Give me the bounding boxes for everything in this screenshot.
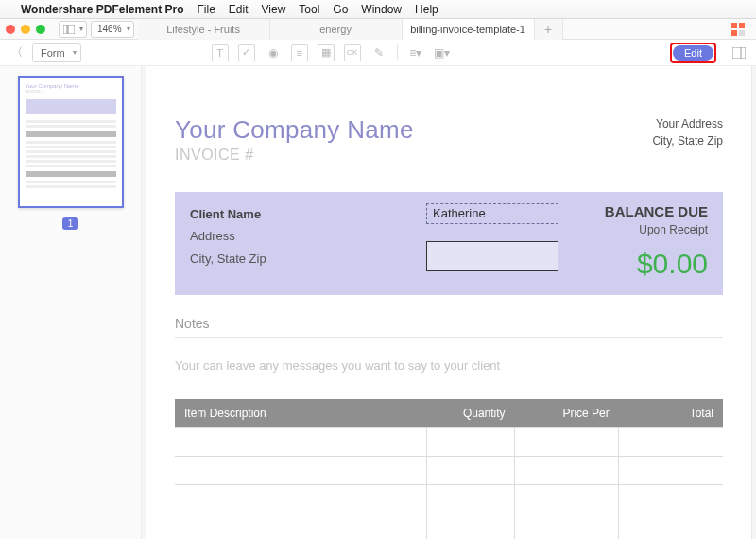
company-name: Your Company Name (175, 115, 414, 145)
form-mode-select[interactable]: Form (32, 43, 81, 62)
listbox-tool-icon[interactable]: ▦ (318, 44, 335, 61)
menu-view[interactable]: View (262, 3, 286, 16)
edit-label: Edit (684, 47, 702, 59)
table-row[interactable] (175, 513, 723, 540)
menu-go[interactable]: Go (333, 3, 348, 16)
svg-rect-2 (732, 47, 746, 59)
align-tool-icon[interactable]: ≡▾ (407, 44, 424, 61)
tab-label: billing-invoice-template-1 (410, 24, 525, 35)
menu-edit[interactable]: Edit (229, 3, 249, 16)
edit-button-highlight: Edit (670, 43, 716, 63)
balance-due-label: BALANCE DUE (568, 203, 708, 219)
minimize-window-icon[interactable] (21, 25, 30, 34)
sidebar-view-select[interactable] (59, 21, 87, 38)
tab-add[interactable]: + (535, 19, 563, 40)
tab-energy[interactable]: energy (270, 19, 403, 40)
client-name-field[interactable]: Katherine (426, 203, 558, 224)
checkbox-tool-icon[interactable]: ✓ (238, 44, 255, 61)
panel-toggle-icon[interactable] (731, 45, 747, 61)
button-tool-icon[interactable]: OK (344, 44, 361, 61)
notes-placeholder-text: Your can leave any messages you want to … (175, 358, 723, 373)
page-number-badge[interactable]: 1 (62, 217, 79, 230)
window-toolbar: 146% Lifestyle - Fruits energy billing-i… (0, 19, 756, 40)
divider (397, 44, 398, 60)
tab-label: Lifestyle - Fruits (166, 24, 240, 35)
combobox-tool-icon[interactable]: ≡ (291, 44, 308, 61)
edit-button[interactable]: Edit (673, 45, 713, 61)
back-icon[interactable]: 〈 (9, 44, 25, 61)
textfield-tool-icon[interactable]: T (212, 44, 229, 61)
tab-strip: Lifestyle - Fruits energy billing-invoic… (138, 19, 722, 40)
signature-tool-icon[interactable]: ✎ (370, 44, 387, 61)
notes-heading: Notes (175, 316, 723, 331)
client-balance-band: Client Name Address City, State Zip Kath… (175, 192, 723, 295)
page-number: 1 (68, 218, 74, 229)
workspace: Your Company Name INVOICE # 1 Your Compa… (0, 66, 756, 539)
menu-file[interactable]: File (198, 3, 215, 16)
zoom-value: 146% (97, 24, 122, 34)
client-name-label: Client Name (190, 203, 426, 225)
sub-toolbar: 〈 Form T ✓ ◉ ≡ ▦ OK ✎ ≡▾ ▣▾ Edit (0, 40, 756, 66)
address-field[interactable] (426, 241, 558, 271)
col-total-header: Total (619, 399, 723, 428)
col-qty-header: Quantity (427, 399, 515, 428)
form-tool-icons: T ✓ ◉ ≡ ▦ OK ✎ ≡▾ ▣▾ (212, 44, 451, 61)
tab-billing-invoice[interactable]: billing-invoice-template-1 (403, 19, 535, 40)
zoom-select[interactable]: 146% (91, 21, 134, 38)
address-label: Address (190, 225, 426, 247)
svg-rect-0 (63, 25, 67, 34)
client-name-value: Katherine (433, 206, 486, 220)
upon-receipt-label: Upon Receipt (568, 223, 708, 236)
traffic-lights (6, 25, 45, 34)
col-price-header: Price Per (515, 399, 619, 428)
radio-tool-icon[interactable]: ◉ (265, 44, 282, 61)
thumbnail-sidebar: Your Company Name INVOICE # 1 (0, 66, 142, 539)
notes-divider (175, 337, 723, 338)
svg-rect-1 (68, 25, 75, 34)
close-window-icon[interactable] (6, 25, 15, 34)
tab-label: energy (319, 24, 352, 35)
tab-lifestyle[interactable]: Lifestyle - Fruits (138, 19, 270, 40)
your-address-line1: Your Address (653, 115, 723, 132)
balance-amount: $0.00 (568, 248, 708, 280)
form-label: Form (41, 47, 65, 59)
zoom-window-icon[interactable] (36, 25, 45, 34)
document-page: Your Company Name INVOICE # Your Address… (146, 66, 751, 539)
mac-menubar: Wondershare PDFelement Pro File Edit Vie… (0, 0, 756, 19)
city-zip-label: City, State Zip (190, 248, 426, 270)
table-row[interactable] (175, 457, 723, 485)
menu-tool[interactable]: Tool (299, 3, 319, 16)
your-address-block: Your Address City, State Zip (653, 115, 723, 149)
col-desc-header: Item Description (175, 399, 427, 428)
apps-grid-icon[interactable] (731, 23, 745, 36)
invoice-number-label: INVOICE # (175, 147, 414, 164)
app-name[interactable]: Wondershare PDFelement Pro (21, 3, 184, 16)
document-canvas[interactable]: Your Company Name INVOICE # Your Address… (142, 66, 756, 539)
items-table: Item Description Quantity Price Per Tota… (175, 399, 723, 539)
table-row[interactable] (175, 485, 723, 513)
menu-window[interactable]: Window (361, 3, 402, 16)
table-row[interactable] (175, 428, 723, 457)
your-address-line2: City, State Zip (653, 132, 723, 149)
more-tools-icon[interactable]: ▣▾ (434, 44, 451, 61)
menu-help[interactable]: Help (415, 3, 438, 16)
page-thumbnail-1[interactable]: Your Company Name INVOICE # (18, 76, 124, 208)
